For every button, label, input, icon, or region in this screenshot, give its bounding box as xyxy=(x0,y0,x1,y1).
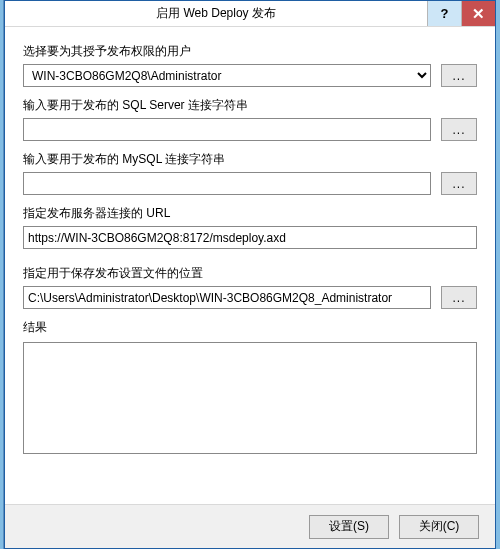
titlebar: 启用 Web Deploy 发布 ? ✕ xyxy=(5,1,495,27)
client-area: 选择要为其授予发布权限的用户 WIN-3CBO86GM2Q8\Administr… xyxy=(5,27,495,471)
mysql-input[interactable] xyxy=(23,172,431,195)
results-box[interactable] xyxy=(23,342,477,454)
user-label: 选择要为其授予发布权限的用户 xyxy=(23,43,477,60)
url-input[interactable] xyxy=(23,226,477,249)
close-dialog-button[interactable]: 关闭(C) xyxy=(399,515,479,539)
sql-browse-button[interactable]: ... xyxy=(441,118,477,141)
mysql-label: 输入要用于发布的 MySQL 连接字符串 xyxy=(23,151,477,168)
setup-button[interactable]: 设置(S) xyxy=(309,515,389,539)
window-title: 启用 Web Deploy 发布 xyxy=(5,1,427,26)
savepath-browse-button[interactable]: ... xyxy=(441,286,477,309)
savepath-input[interactable] xyxy=(23,286,431,309)
dialog-window: 启用 Web Deploy 发布 ? ✕ 选择要为其授予发布权限的用户 WIN-… xyxy=(4,0,496,549)
dialog-footer: 设置(S) 关闭(C) xyxy=(5,504,495,548)
sql-label: 输入要用于发布的 SQL Server 连接字符串 xyxy=(23,97,477,114)
mysql-browse-button[interactable]: ... xyxy=(441,172,477,195)
user-browse-button[interactable]: ... xyxy=(441,64,477,87)
savepath-label: 指定用于保存发布设置文件的位置 xyxy=(23,265,477,282)
help-button[interactable]: ? xyxy=(427,1,461,26)
close-button[interactable]: ✕ xyxy=(461,1,495,26)
titlebar-buttons: ? ✕ xyxy=(427,1,495,26)
url-label: 指定发布服务器连接的 URL xyxy=(23,205,477,222)
results-label: 结果 xyxy=(23,319,477,336)
user-select[interactable]: WIN-3CBO86GM2Q8\Administrator xyxy=(23,64,431,87)
sql-input[interactable] xyxy=(23,118,431,141)
